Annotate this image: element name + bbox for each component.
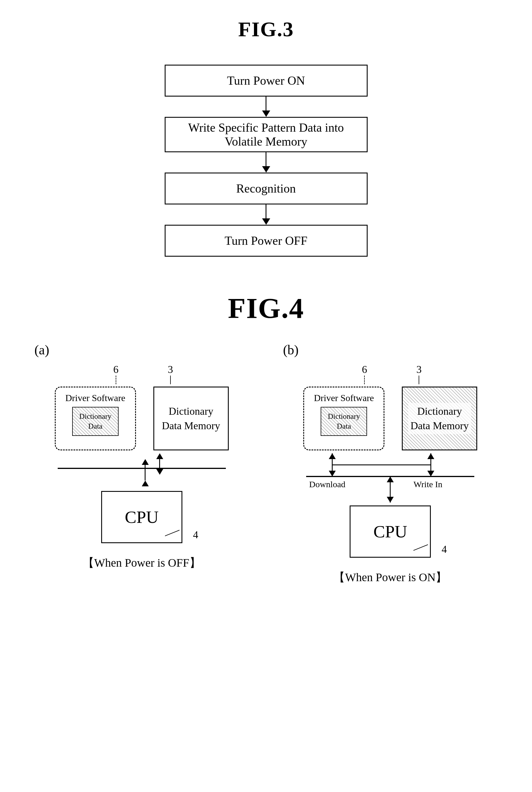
flow-step-3: Recognition — [165, 173, 368, 205]
panel-b-driver-label: Driver Software — [314, 393, 374, 403]
flow-step-1: Turn Power ON — [165, 65, 368, 97]
panel-a: (a) 6 3 Driver Software — [23, 342, 261, 585]
flow-step-4: Turn Power OFF — [165, 225, 368, 257]
panel-b-dict-memory-label: DictionaryData Memory — [408, 403, 471, 434]
arrow-2 — [262, 152, 270, 173]
panel-b-ref4-line — [414, 543, 434, 552]
svg-marker-7 — [428, 471, 434, 476]
svg-marker-6 — [428, 453, 434, 459]
svg-line-12 — [414, 545, 428, 550]
panel-b-download-label: Download — [309, 479, 345, 489]
panel-b-label: (b) — [283, 342, 299, 358]
fig3-section: FIG.3 Turn Power ON Write Specific Patte… — [0, 0, 532, 257]
panel-a-caption: 【When Power is OFF】 — [83, 555, 201, 571]
panel-b-driver-software: Driver Software DictionaryData — [303, 386, 384, 450]
fig4-panels: (a) 6 3 Driver Software — [0, 342, 532, 585]
panel-b-writein-label: Write In — [414, 479, 442, 489]
panel-a-ref3: 3 — [168, 363, 173, 376]
panel-b-wiring-svg — [292, 453, 489, 503]
fig3-title: FIG.3 — [238, 0, 294, 41]
panel-a-ref4-line — [165, 529, 185, 538]
panel-a-driver-label: Driver Software — [65, 393, 125, 403]
panel-a-dict-data-label: DictionaryData — [79, 412, 111, 431]
panel-a-ref4: 4 — [193, 529, 198, 541]
panel-a-dict-memory: DictionaryData Memory — [153, 386, 229, 450]
fig4-title: FIG.4 — [0, 291, 532, 325]
flowchart: Turn Power ON Write Specific Pattern Dat… — [165, 65, 368, 257]
arrow-1 — [262, 97, 270, 117]
panel-b-components: Driver Software DictionaryData Dictionar… — [271, 386, 509, 450]
panel-b-ref3: 3 — [416, 363, 421, 376]
panel-a-cpu-label: CPU — [125, 507, 158, 527]
panel-b: (b) 6 3 Driver Software Dictionary — [271, 342, 509, 585]
svg-line-0 — [165, 530, 179, 536]
panel-a-dict-memory-label: DictionaryData Memory — [162, 404, 220, 433]
flow-step-2: Write Specific Pattern Data into​Volatil… — [165, 117, 368, 152]
panel-a-dict-data-inner: DictionaryData — [72, 407, 118, 436]
svg-marker-10 — [387, 497, 394, 503]
panel-a-driver-software: Driver Software DictionaryData — [55, 386, 136, 450]
panel-b-caption: 【When Power is ON】 — [334, 569, 447, 585]
fig4-section: FIG.4 (a) 6 3 Driv — [0, 291, 532, 585]
svg-marker-4 — [329, 453, 336, 459]
panel-a-label: (a) — [35, 342, 49, 358]
arrow-3 — [262, 205, 270, 225]
panel-a-components: Driver Software DictionaryData Dictionar… — [23, 386, 261, 450]
panel-a-ref6: 6 — [113, 363, 118, 376]
svg-marker-9 — [387, 476, 394, 482]
panel-b-dict-memory: DictionaryData Memory — [402, 386, 477, 450]
panel-b-ref4: 4 — [441, 543, 447, 555]
panel-b-ref6: 6 — [362, 363, 367, 376]
panel-b-dict-data-inner: DictionaryData — [321, 407, 367, 436]
panel-b-dict-data-label: DictionaryData — [328, 412, 360, 431]
panel-b-cpu-label: CPU — [374, 522, 407, 542]
svg-marker-3 — [329, 471, 336, 476]
